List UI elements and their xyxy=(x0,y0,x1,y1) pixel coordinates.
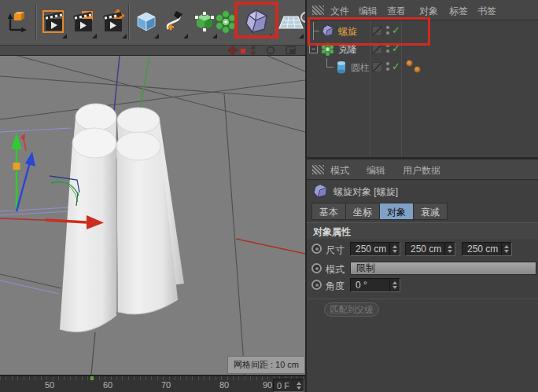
size-y-field[interactable]: 250 cm xyxy=(405,242,455,256)
layer-toggle[interactable] xyxy=(372,62,382,72)
ruler-label: 60 xyxy=(103,380,112,390)
add-spline-button[interactable] xyxy=(160,3,190,41)
size-y-stepper[interactable] xyxy=(444,243,455,255)
viewport-3d[interactable]: 网格间距 : 10 cm xyxy=(0,55,305,375)
angle-stepper[interactable] xyxy=(389,279,400,291)
editor-visibility-dot[interactable] xyxy=(386,26,389,29)
menu-edit[interactable]: 编辑 xyxy=(367,164,385,178)
annotation-mark xyxy=(241,49,245,53)
size-x-stepper[interactable] xyxy=(389,243,400,255)
object-label-spiral[interactable]: 螺旋 xyxy=(338,25,357,38)
object-manager-menubar: 文件 编辑 查看 对象 标签 书签 xyxy=(307,0,538,20)
tab-object[interactable]: 对象 xyxy=(380,203,414,220)
tag-ball-icon[interactable] xyxy=(414,66,421,73)
keyframe-radio[interactable] xyxy=(311,280,322,290)
tab-coordinates[interactable]: 坐标 xyxy=(346,203,380,220)
menu-bookmarks[interactable]: 书签 xyxy=(477,5,496,18)
submenu-indicator xyxy=(62,34,67,38)
expand-toggle[interactable]: − xyxy=(309,45,318,53)
viewport-3d-scene xyxy=(0,56,305,375)
attribute-menubar: 模式 编辑 用户数据 xyxy=(307,159,538,180)
section-object-properties: 对象属性 xyxy=(307,222,538,239)
stepper-up-icon[interactable] xyxy=(504,245,509,248)
editor-visibility-dot[interactable] xyxy=(386,62,389,65)
keyframe-radio[interactable] xyxy=(311,244,322,254)
stepper-down-icon[interactable] xyxy=(297,387,301,390)
render-visibility-dot[interactable] xyxy=(386,31,389,35)
object-row-cloner[interactable]: − 克隆 ✓ xyxy=(307,40,538,58)
stepper-down-icon[interactable] xyxy=(392,250,397,253)
size-z-field[interactable]: 250 cm xyxy=(462,242,512,256)
menu-mode[interactable]: 模式 xyxy=(330,164,349,178)
panel-grip-icon[interactable] xyxy=(312,165,324,174)
cylinder-icon xyxy=(336,60,347,74)
pan-icon xyxy=(228,46,238,55)
layer-toggle[interactable] xyxy=(372,44,382,54)
section-title: 对象属性 xyxy=(313,225,351,239)
editor-visibility-dot[interactable] xyxy=(386,44,389,47)
object-label-cloner[interactable]: 克隆 xyxy=(338,43,357,57)
enable-checkmark[interactable]: ✓ xyxy=(392,60,400,72)
keyframe-radio[interactable] xyxy=(311,263,322,273)
stepper-up-icon[interactable] xyxy=(448,245,452,248)
menu-user-data[interactable]: 用户数据 xyxy=(403,164,440,178)
coordinate-system-icon xyxy=(5,10,28,34)
object-label-cylinder[interactable]: 圆柱 xyxy=(351,61,370,75)
layer-toggle[interactable] xyxy=(372,26,382,36)
object-row-cylinder[interactable]: 圆柱 ✓ xyxy=(307,58,538,76)
mode-label: 模式 xyxy=(326,263,345,277)
render-visibility-dot[interactable] xyxy=(386,68,389,71)
render-region-button[interactable] xyxy=(69,3,98,41)
render-settings-button[interactable] xyxy=(99,3,128,41)
tab-basic[interactable]: 基本 xyxy=(311,203,346,220)
menu-tags[interactable]: 标签 xyxy=(449,5,468,18)
menu-objects[interactable]: 对象 xyxy=(419,5,438,18)
timeline-ruler[interactable]: 50 60 70 80 90 0 F xyxy=(0,375,305,392)
mograph-cloner-icon xyxy=(215,10,237,34)
render-view-button[interactable] xyxy=(39,3,68,41)
size-x-value: 250 cm xyxy=(356,244,386,255)
stepper-up-icon[interactable] xyxy=(392,245,397,248)
submenu-indicator xyxy=(154,34,159,38)
size-x-field[interactable]: 250 cm xyxy=(350,242,400,256)
angle-label: 角度 xyxy=(326,280,345,293)
coordinate-system-button[interactable] xyxy=(2,3,31,41)
angle-field[interactable]: 0 ° xyxy=(350,278,400,292)
menu-view[interactable]: 查看 xyxy=(387,5,406,18)
add-primitive-button[interactable] xyxy=(131,3,160,41)
tab-falloff[interactable]: 衰减 xyxy=(414,203,448,220)
cloned-cylinders[interactable] xyxy=(60,104,184,332)
toolbar-separator xyxy=(128,5,130,39)
deformer-button[interactable] xyxy=(240,3,273,41)
match-to-parent-button[interactable]: 匹配到父级 xyxy=(324,302,379,317)
mode-value: 限制 xyxy=(356,262,375,275)
timeline-playhead[interactable] xyxy=(90,376,94,380)
frame-stepper[interactable] xyxy=(293,379,304,391)
add-plane-button[interactable] xyxy=(276,3,305,41)
object-row-spiral[interactable]: 螺旋 ✓ xyxy=(307,22,538,40)
grid-spacing-tooltip: 网格间距 : 10 cm xyxy=(227,356,305,374)
mode-dropdown[interactable]: 限制 xyxy=(350,262,536,275)
menu-edit[interactable]: 编辑 xyxy=(359,5,378,18)
viewport-nav-icons[interactable] xyxy=(228,46,300,55)
tree-line xyxy=(326,67,333,68)
stepper-down-icon[interactable] xyxy=(392,286,397,289)
stepper-down-icon[interactable] xyxy=(448,250,452,253)
enable-checkmark[interactable]: ✓ xyxy=(392,24,400,36)
size-z-value: 250 cm xyxy=(467,244,498,255)
attribute-tabs: 基本 坐标 对象 衰减 xyxy=(311,203,448,220)
divider xyxy=(307,299,538,299)
tag-ball-icon[interactable] xyxy=(406,60,413,67)
stepper-up-icon[interactable] xyxy=(392,281,397,284)
enable-checkmark[interactable]: ✓ xyxy=(392,42,400,54)
spiral-deformer-icon xyxy=(312,183,328,199)
mograph-cloner-button[interactable] xyxy=(214,3,238,41)
size-z-stepper[interactable] xyxy=(501,243,511,255)
render-visibility-dot[interactable] xyxy=(386,49,389,53)
stepper-up-icon[interactable] xyxy=(297,382,301,385)
panel-grip-icon[interactable] xyxy=(312,5,324,15)
size-label: 尺寸 xyxy=(326,244,345,257)
current-frame-field[interactable]: 0 F xyxy=(273,379,304,392)
stepper-down-icon[interactable] xyxy=(504,250,509,253)
menu-file[interactable]: 文件 xyxy=(330,5,349,18)
